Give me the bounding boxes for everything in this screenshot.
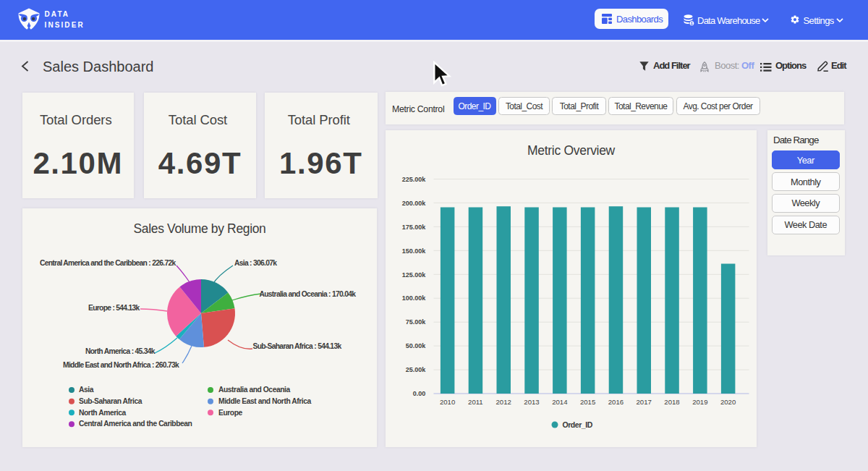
svg-text:Order_ID: Order_ID — [563, 420, 593, 429]
svg-text:2018: 2018 — [664, 398, 679, 406]
svg-text:50.00k: 50.00k — [406, 342, 427, 349]
svg-text:25.00k: 25.00k — [406, 366, 427, 373]
svg-text:0.00: 0.00 — [413, 390, 426, 397]
svg-text:225.00k: 225.00k — [402, 176, 427, 183]
svg-text:2015: 2015 — [580, 398, 595, 406]
svg-text:2020: 2020 — [720, 398, 736, 406]
svg-text:2010: 2010 — [440, 398, 455, 406]
svg-text:200.00k: 200.00k — [402, 200, 427, 207]
svg-text:150.00k: 150.00k — [402, 247, 427, 255]
svg-text:2013: 2013 — [524, 398, 539, 406]
svg-text:2014: 2014 — [552, 398, 568, 406]
svg-text:175.00k: 175.00k — [402, 224, 427, 231]
svg-text:100.00k: 100.00k — [402, 294, 427, 302]
svg-text:2011: 2011 — [468, 398, 483, 406]
svg-text:125.00k: 125.00k — [402, 271, 427, 279]
svg-text:2017: 2017 — [637, 398, 652, 406]
svg-text:75.00k: 75.00k — [406, 318, 427, 326]
svg-text:2012: 2012 — [496, 398, 511, 406]
svg-text:2019: 2019 — [692, 398, 707, 406]
svg-text:2016: 2016 — [608, 398, 624, 406]
